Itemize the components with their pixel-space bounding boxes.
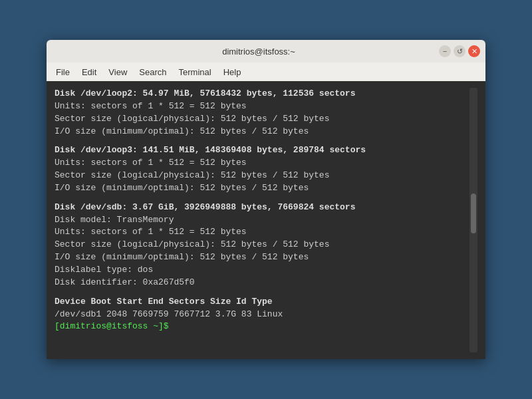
terminal-line: /dev/sdb1 2048 7669759 7667712 3.7G 83 L… xyxy=(55,309,467,321)
terminal-line: Disklabel type: dos xyxy=(55,264,467,277)
terminal-line: Units: sectors of 1 * 512 = 512 bytes xyxy=(55,157,467,170)
terminal-line: Disk identifier: 0xa267d5f0 xyxy=(55,277,467,289)
menu-item-edit[interactable]: Edit xyxy=(76,65,102,79)
terminal-table-header: Device Boot Start End Sectors Size Id Ty… xyxy=(55,296,467,309)
terminal-window: dimitrios@itsfoss:~ − ↺ ✕ FileEditViewSe… xyxy=(47,40,485,359)
terminal-line: Disk /dev/loop3: 141.51 MiB, 148369408 b… xyxy=(55,144,467,157)
terminal-spacer xyxy=(55,195,467,201)
terminal-line: I/O size (minimum/optimal): 512 bytes / … xyxy=(55,251,467,264)
terminal-line: Sector size (logical/physical): 512 byte… xyxy=(55,239,467,251)
terminal-line: I/O size (minimum/optimal): 512 bytes / … xyxy=(55,126,467,138)
window-controls-right[interactable]: − ↺ ✕ xyxy=(439,45,480,57)
terminal-line: Sector size (logical/physical): 512 byte… xyxy=(55,113,467,126)
terminal-line: Units: sectors of 1 * 512 = 512 bytes xyxy=(55,100,467,113)
terminal-line: Disk /dev/sdb: 3.67 GiB, 3926949888 byte… xyxy=(55,201,467,214)
terminal-line: Units: sectors of 1 * 512 = 512 bytes xyxy=(55,226,467,239)
window-title: dimitrios@itsfoss:~ xyxy=(78,47,439,57)
menu-item-view[interactable]: View xyxy=(103,65,132,79)
minimize-button[interactable]: − xyxy=(439,45,451,57)
menu-item-help[interactable]: Help xyxy=(218,65,247,79)
scrollbar[interactable] xyxy=(469,88,477,352)
terminal-spacer xyxy=(55,289,467,296)
terminal-prompt: [dimitrios@itsfoss ~]$ xyxy=(55,321,467,333)
terminal-line: Disk /dev/loop2: 54.97 MiB, 57618432 byt… xyxy=(55,88,467,100)
menubar: FileEditViewSearchTerminalHelp xyxy=(47,63,485,81)
terminal-line: I/O size (minimum/optimal): 512 bytes / … xyxy=(55,182,467,195)
menu-item-terminal[interactable]: Terminal xyxy=(174,65,217,79)
terminal-content: Disk /dev/loop2: 54.97 MiB, 57618432 byt… xyxy=(55,88,467,352)
terminal-line: Sector size (logical/physical): 512 byte… xyxy=(55,170,467,182)
titlebar: dimitrios@itsfoss:~ − ↺ ✕ xyxy=(47,40,485,63)
terminal-body[interactable]: Disk /dev/loop2: 54.97 MiB, 57618432 byt… xyxy=(47,81,485,359)
restore-button[interactable]: ↺ xyxy=(454,45,466,57)
scrollbar-thumb[interactable] xyxy=(471,194,476,233)
terminal-spacer xyxy=(55,138,467,144)
terminal-line: Disk model: TransMemory xyxy=(55,214,467,227)
menu-item-file[interactable]: File xyxy=(51,65,75,79)
menu-item-search[interactable]: Search xyxy=(134,65,172,79)
close-button[interactable]: ✕ xyxy=(468,45,480,57)
